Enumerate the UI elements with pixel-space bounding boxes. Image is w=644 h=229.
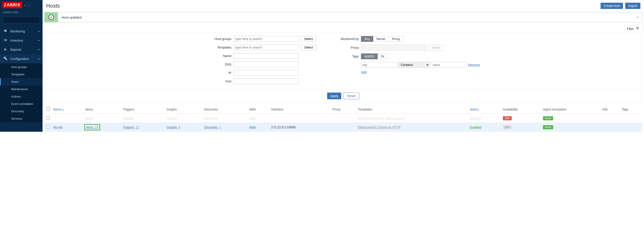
filter-toggle[interactable]: Filter (624, 25, 642, 32)
page-title: Hosts (46, 3, 60, 9)
monitoring-icon (3, 29, 8, 33)
graphs-link[interactable]: Graphs 5 (166, 125, 180, 129)
sidebar-item-discovery[interactable]: Discovery (0, 108, 42, 115)
row-checkbox[interactable] (46, 116, 50, 120)
col-web: Web (248, 105, 270, 114)
sidebar-item-event-correlation[interactable]: Event correlation (0, 100, 42, 108)
col-triggers: Triggers (121, 105, 165, 114)
templates-select-button[interactable]: Select (301, 44, 316, 50)
col-agent-encryption: Agent encryption (541, 105, 600, 114)
discovery-link[interactable]: Discovery 1 (204, 125, 221, 129)
discovery-link[interactable]: Discovery (204, 117, 218, 120)
templates-input[interactable] (234, 44, 298, 50)
col-discovery: Discovery (202, 105, 248, 114)
tags-or-button[interactable]: Or (378, 53, 388, 59)
web-link[interactable]: Web (250, 125, 256, 129)
tags-andor-button[interactable]: And/Or (361, 53, 378, 59)
select-all-checkbox[interactable] (46, 107, 50, 111)
monitored-server-button[interactable]: Server (373, 36, 389, 42)
sidebar-item-templates[interactable]: Templates (0, 71, 42, 78)
ip-input[interactable] (234, 70, 298, 76)
web-link[interactable]: Web (250, 117, 256, 120)
alert-close-button[interactable]: × (633, 15, 642, 20)
tag-name-input[interactable] (361, 62, 397, 68)
col-status[interactable]: Status (468, 105, 501, 114)
host-groups-select-button[interactable]: Select (301, 36, 316, 42)
chevron-down-icon: ▾ (38, 48, 40, 51)
server-name-label: zabbix-redis (0, 10, 42, 16)
sidebar-item-maintenance[interactable]: Maintenance (0, 85, 42, 93)
sidebar: ZABBIX « ⛶ zabbix-redis Monitoring ▾ Inv… (0, 0, 42, 132)
sidebar-item-host-groups[interactable]: Host groups (0, 63, 42, 71)
name-input[interactable] (234, 53, 298, 59)
tag-remove-link[interactable]: Remove (468, 63, 480, 67)
hosts-table: Name▲ Items Triggers Graphs Discovery We… (44, 105, 642, 132)
sidebar-item-actions[interactable]: Actions› (0, 93, 42, 100)
triggers-link[interactable]: Triggers 12 (123, 125, 139, 129)
configuration-submenu: Host groups Templates Hosts Maintenance … (0, 63, 42, 122)
table-row: My-elk Items 23 Triggers 12 Graphs 5 Dis… (44, 123, 642, 132)
graphs-link[interactable]: Graphs (166, 117, 178, 120)
chevron-right-icon: › (39, 95, 40, 97)
availability-badge: ZBX (503, 125, 512, 129)
col-tags: Tags (620, 105, 642, 114)
tag-value-input[interactable] (431, 62, 467, 68)
sidebar-search-input[interactable] (4, 18, 42, 22)
alert-message: Host updated (58, 15, 633, 19)
fullscreen-icon[interactable]: ⛶ (27, 3, 30, 7)
dns-input[interactable] (234, 61, 298, 67)
reset-button[interactable]: Reset (344, 93, 360, 99)
tag-operator-select[interactable]: Contains (398, 62, 430, 68)
filter-label: Filter (627, 27, 634, 31)
svg-point-0 (5, 30, 6, 31)
port-input[interactable] (234, 78, 298, 84)
sidebar-item-services[interactable]: Services (0, 115, 42, 122)
nav-inventory[interactable]: Inventory ▾ (0, 36, 42, 45)
nav-monitoring-label: Monitoring (10, 29, 25, 33)
sidebar-search[interactable] (3, 16, 40, 23)
apply-button[interactable]: Apply (327, 93, 341, 99)
collapse-sidebar-icon[interactable]: « (24, 3, 26, 7)
row-checkbox[interactable] (46, 125, 50, 129)
main-content: Hosts Create host Import ✓ Host updated … (42, 0, 644, 132)
col-name[interactable]: Name▲ (52, 105, 84, 114)
template-link[interactable]: Elasticsearch Cluster by HTTP (358, 125, 400, 129)
monitored-proxy-button[interactable]: Proxy (389, 36, 404, 42)
nav-configuration-label: Configuration (10, 57, 29, 61)
proxy-label: Proxy (334, 46, 359, 49)
tag-add-link[interactable]: Add (361, 70, 366, 74)
items-link[interactable]: Items 23 (85, 125, 99, 129)
encryption-badge: None (543, 116, 553, 120)
monitored-any-button[interactable]: Any (361, 36, 373, 42)
template-link[interactable]: MongoDB node by Zabbix agent 2 (358, 117, 405, 120)
success-alert: ✓ Host updated × (44, 12, 642, 22)
filter-icon (636, 27, 639, 31)
items-link[interactable]: Items (85, 117, 94, 120)
logo[interactable]: ZABBIX (2, 2, 22, 8)
sidebar-item-hosts[interactable]: Hosts (0, 78, 42, 85)
reports-icon (3, 47, 8, 52)
status-link[interactable]: Enabled (470, 117, 481, 120)
ip-label: IP (207, 71, 231, 75)
sort-asc-icon: ▲ (62, 108, 64, 111)
dns-label: DNS (207, 63, 231, 66)
import-button[interactable]: Import (625, 3, 640, 9)
configuration-icon (3, 56, 8, 61)
host-groups-input[interactable] (234, 36, 298, 42)
nav-reports-label: Reports (10, 48, 21, 51)
col-interface: Interface (270, 105, 331, 114)
templates-label: Templates (207, 46, 231, 49)
alert-icon-box: ✓ (44, 12, 58, 22)
monitored-by-toggle: Any Server Proxy (361, 36, 403, 42)
host-name-link[interactable]: My-elk (53, 125, 62, 129)
tags-label: Tags (334, 55, 359, 58)
nav-reports[interactable]: Reports ▾ (0, 45, 42, 54)
create-host-button[interactable]: Create host (600, 3, 623, 9)
proxy-select-button: Select (428, 45, 444, 50)
table-row: Items Triggers Graphs Discovery Web Mong… (44, 114, 642, 123)
triggers-link[interactable]: Triggers (123, 117, 135, 120)
nav-configuration[interactable]: Configuration ▴ (0, 54, 42, 63)
proxy-input (361, 44, 426, 51)
status-link[interactable]: Enabled (470, 125, 481, 129)
nav-monitoring[interactable]: Monitoring ▾ (0, 27, 42, 36)
